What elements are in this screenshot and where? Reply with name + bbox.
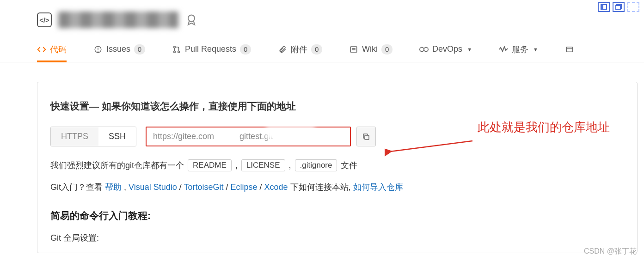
svg-rect-3 — [616, 6, 620, 9]
svg-point-9 — [174, 51, 176, 53]
tab-wiki-label: Wiki — [362, 44, 378, 54]
repo-header: </> — [0, 0, 644, 36]
chevron-down-icon: ▼ — [533, 47, 538, 52]
tab-wiki[interactable]: Wiki 0 — [349, 36, 393, 62]
annotation-text: 此处就是我们的仓库地址 — [478, 119, 610, 135]
paperclip-icon — [278, 45, 287, 54]
tab-attach-label: 附件 — [291, 44, 307, 55]
svg-rect-19 — [365, 135, 369, 140]
quick-setup-title: 快速设置— 如果你知道该怎么操作，直接使用下面的地址 — [50, 100, 621, 113]
pr-count: 0 — [240, 44, 251, 55]
eclipse-link[interactable]: Eclipse — [231, 182, 258, 192]
help-link[interactable]: 帮助 — [105, 182, 122, 192]
tab-code-label: 代码 — [50, 44, 67, 55]
help-mid: 下如何连接本站, — [288, 182, 353, 192]
tab-code[interactable]: 代码 — [37, 36, 67, 62]
tab-devops[interactable]: DevOps ▼ — [419, 36, 472, 62]
attach-count: 0 — [311, 44, 322, 55]
devops-icon — [419, 45, 429, 54]
clone-url-highlight — [146, 127, 351, 146]
window-control-2[interactable] — [613, 2, 625, 12]
vs-link[interactable]: Visual Studio — [129, 182, 177, 192]
tab-services[interactable]: 服务 ▼ — [499, 36, 538, 62]
window-control-3[interactable] — [627, 2, 639, 12]
svg-point-15 — [420, 47, 424, 51]
svg-rect-17 — [566, 47, 573, 52]
suggest-comma: , — [289, 161, 291, 170]
pull-request-icon — [172, 45, 181, 54]
https-button[interactable]: HTTPS — [51, 127, 98, 146]
suggest-prefix: 我们强烈建议所有的git仓库都有一个 — [50, 160, 184, 171]
tab-devops-label: DevOps — [432, 44, 462, 54]
more-icon — [565, 45, 574, 54]
copy-icon — [362, 133, 370, 141]
repo-name-redacted — [58, 12, 178, 28]
issues-icon — [93, 45, 103, 54]
svg-point-7 — [98, 51, 98, 51]
protocol-toggle: HTTPS SSH — [50, 127, 136, 146]
services-icon — [499, 45, 508, 54]
window-controls — [598, 2, 639, 12]
git-global-label: Git 全局设置: — [50, 232, 621, 243]
repo-icon: </> — [37, 12, 52, 27]
chevron-down-icon: ▼ — [467, 47, 472, 52]
window-control-1[interactable] — [598, 2, 610, 12]
svg-point-16 — [424, 47, 428, 51]
cli-tutorial-title: 简易的命令行入门教程: — [50, 209, 621, 222]
readme-chip[interactable]: README — [188, 159, 232, 171]
git-help-line: Git入门？查看 帮助 , Visual Studio / TortoiseGi… — [50, 182, 621, 193]
code-icon — [37, 45, 46, 54]
gitignore-chip[interactable]: .gitignore — [295, 159, 337, 171]
tab-services-label: 服务 — [512, 44, 528, 55]
repo-tabs: 代码 Issues 0 Pull Requests 0 附件 0 Wiki 0 … — [0, 36, 644, 62]
xcode-link[interactable]: Xcode — [264, 182, 288, 192]
ssh-button[interactable]: SSH — [98, 127, 136, 146]
award-icon — [185, 13, 198, 26]
copy-button[interactable] — [356, 127, 376, 146]
tab-pr-label: Pull Requests — [185, 44, 236, 54]
import-link[interactable]: 如何导入仓库 — [353, 182, 403, 192]
suggest-suffix: 文件 — [341, 160, 357, 171]
help-prefix: Git入门？查看 — [50, 182, 105, 192]
help-sep: , — [122, 182, 129, 192]
svg-point-4 — [188, 15, 195, 22]
tab-issues-label: Issues — [106, 44, 130, 54]
watermark: CSDN @张丁花 — [584, 247, 637, 256]
tab-pull-requests[interactable]: Pull Requests 0 — [172, 36, 251, 62]
svg-point-10 — [178, 51, 180, 53]
tab-issues[interactable]: Issues 0 — [93, 36, 145, 62]
quick-setup-box: 快速设置— 如果你知道该怎么操作，直接使用下面的地址 HTTPS SSH 我们强… — [37, 82, 638, 253]
wiki-icon — [349, 45, 358, 54]
tortoisegit-link[interactable]: TortoiseGit — [184, 182, 223, 192]
wiki-count: 0 — [381, 44, 393, 55]
clone-url-input[interactable] — [147, 127, 350, 146]
issues-count: 0 — [134, 44, 145, 55]
svg-rect-1 — [601, 5, 603, 9]
suggest-files-line: 我们强烈建议所有的git仓库都有一个 README , LICENSE , .g… — [50, 159, 621, 171]
suggest-comma: , — [235, 161, 238, 170]
license-chip[interactable]: LICENSE — [241, 159, 285, 171]
tab-more[interactable] — [565, 36, 574, 62]
tab-attachments[interactable]: 附件 0 — [278, 36, 322, 62]
svg-point-8 — [174, 46, 176, 48]
